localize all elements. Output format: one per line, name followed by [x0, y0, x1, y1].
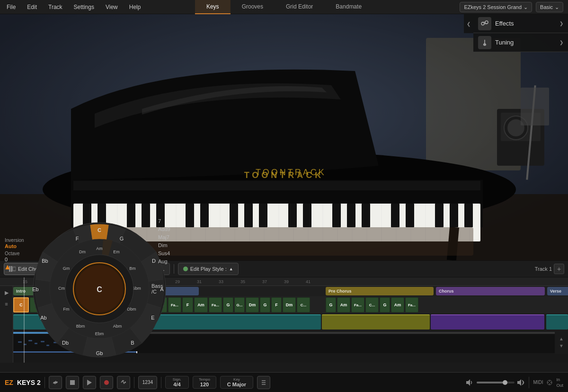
edit-play-style-button[interactable]: Edit Play Style : ▲	[178, 263, 239, 275]
groove-block-3[interactable]	[546, 314, 568, 330]
section-verse-2[interactable]: Verse	[547, 287, 568, 295]
tempo-box[interactable]: Tempo 120	[193, 376, 216, 389]
svg-text:Bbm: Bbm	[76, 324, 85, 329]
svg-rect-53	[450, 204, 458, 227]
menu-file[interactable]: File	[5, 3, 18, 11]
chord-cell[interactable]: Fa...	[209, 297, 222, 312]
menu-view[interactable]: View	[104, 3, 120, 11]
svg-text:E: E	[151, 315, 154, 321]
octave-value[interactable]: 0	[5, 257, 24, 262]
volume-area	[466, 379, 525, 386]
groove-block-2[interactable]	[322, 314, 430, 330]
in-out-area: In Out	[556, 377, 563, 388]
svg-rect-52	[435, 204, 444, 227]
svg-text:Ebm: Ebm	[95, 331, 104, 336]
track-label: Track 1	[535, 266, 552, 272]
inversion-value[interactable]: Auto	[5, 243, 24, 249]
ruler-mark: 37	[254, 279, 275, 284]
chord-cell[interactable]: C...	[297, 297, 310, 312]
chord-cell[interactable]: Am	[194, 297, 208, 312]
svg-rect-51	[406, 204, 414, 227]
stop-button[interactable]	[66, 376, 79, 389]
instrument-preset-select[interactable]: EZkeys 2 Session Grand ⌄	[460, 2, 532, 12]
chord-cell[interactable]: Am	[391, 297, 404, 312]
scroll-controls: ▲ ▼	[555, 330, 568, 354]
volume-slider[interactable]	[477, 382, 515, 383]
add-track-button[interactable]: +	[554, 264, 564, 274]
effects-panel: ❮ Effects ❯ Tuning ❯	[473, 14, 568, 52]
cursor-tool[interactable]: ▶	[2, 288, 11, 297]
tab-keys[interactable]: Keys	[195, 0, 231, 14]
svg-text:Eb: Eb	[32, 286, 38, 292]
menu-track[interactable]: Track	[46, 3, 64, 11]
modifier-7[interactable]: 7	[156, 218, 172, 224]
modifier-dim[interactable]: Dim	[156, 242, 172, 249]
play-button[interactable]	[83, 376, 96, 389]
effects-icon	[478, 17, 491, 30]
metronome-button[interactable]: 1234	[138, 376, 157, 389]
key-settings-button[interactable]	[257, 376, 270, 389]
tab-bandmate[interactable]: Bandmate	[324, 0, 373, 14]
chord-cell[interactable]: G	[380, 297, 390, 312]
chord-cell[interactable]: C...	[365, 297, 379, 312]
modifier-maj7[interactable]: Maj7	[156, 234, 172, 241]
tab-grooves[interactable]: Grooves	[231, 0, 275, 14]
chord-cell[interactable]: Fa...	[351, 297, 364, 312]
svg-rect-54	[464, 204, 473, 227]
bounce-button[interactable]	[117, 376, 130, 389]
modifier-sus4[interactable]: Sus4	[156, 250, 172, 257]
tab-grid-editor[interactable]: Grid Editor	[275, 0, 324, 14]
section-pre-chorus[interactable]: Pre Chorus	[326, 287, 434, 295]
record-button[interactable]	[100, 376, 113, 389]
section-chorus[interactable]: Chorus	[436, 287, 545, 295]
transport-sep-2	[134, 377, 134, 388]
midi-settings-icon[interactable]	[547, 380, 552, 385]
svg-rect-45	[288, 204, 297, 227]
tuning-chevron-icon: ❯	[559, 40, 563, 45]
svg-text:B: B	[131, 340, 134, 346]
nav-tabs: Keys Grooves Grid Editor Bandmate	[195, 0, 373, 14]
transport-sep-4	[529, 377, 529, 388]
collapse-panel-button[interactable]: ❮	[464, 14, 473, 33]
volume-max-icon	[517, 379, 525, 386]
chord-cell[interactable]: F	[271, 297, 282, 312]
svg-text:Em: Em	[113, 249, 120, 254]
chord-cell[interactable]: Dm	[246, 297, 259, 312]
style-preset-select[interactable]: Basic ⌄	[536, 2, 563, 12]
chord-cell[interactable]: F	[182, 297, 193, 312]
scroll-up-button[interactable]: ▲	[559, 336, 564, 341]
volume-thumb[interactable]	[503, 380, 507, 385]
modifier-aug[interactable]: Aug	[156, 258, 172, 265]
instrument-chevron-icon: ⌄	[524, 4, 528, 10]
ruler-mark: 39	[275, 279, 297, 284]
effects-row[interactable]: Effects ❯	[473, 14, 568, 33]
out-label: Out	[556, 383, 563, 388]
tuning-label: Tuning	[495, 39, 514, 46]
svg-marker-137	[87, 380, 92, 385]
chord-cell[interactable]: G	[223, 297, 233, 312]
svg-rect-48	[347, 204, 355, 227]
toontrack-logo: TOONTRACK	[244, 170, 324, 180]
svg-rect-44	[259, 204, 267, 227]
tuning-row[interactable]: Tuning ❯	[473, 33, 568, 52]
chord-cell[interactable]: Fa...	[405, 297, 418, 312]
svg-rect-136	[70, 380, 75, 385]
menu-settings[interactable]: Settings	[72, 3, 96, 11]
chord-cell[interactable]: G...	[234, 297, 245, 312]
menu-edit[interactable]: Edit	[25, 3, 39, 11]
arrow-select-tool[interactable]: ▲	[4, 263, 13, 272]
chord-cell[interactable]: G	[260, 297, 270, 312]
chord-cell[interactable]: Am	[337, 297, 350, 312]
scroll-down-button[interactable]: ▼	[559, 343, 564, 348]
chord-cell[interactable]: Dm	[283, 297, 296, 312]
chord-cell[interactable]: G	[326, 297, 336, 312]
menu-icon[interactable]: ≡	[2, 299, 11, 309]
svg-text:C: C	[97, 285, 102, 294]
menu-help[interactable]: Help	[127, 3, 143, 11]
loop-button[interactable]	[49, 376, 62, 389]
ruler-mark: 35	[232, 279, 254, 284]
svg-rect-49	[362, 204, 370, 227]
groove-block-chorus[interactable]	[431, 314, 544, 330]
modifier-add9[interactable]: Add9	[156, 226, 172, 232]
svg-text:Dbm: Dbm	[127, 307, 136, 312]
